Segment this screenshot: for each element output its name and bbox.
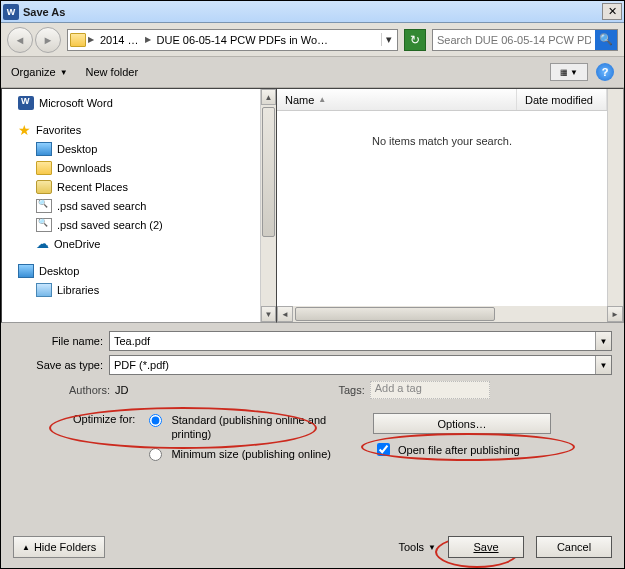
organize-button[interactable]: Organize ▼	[11, 66, 68, 78]
optimize-standard-label: Standard (publishing online and printing…	[171, 413, 341, 441]
navitem-label: Downloads	[57, 162, 111, 174]
optimize-minimum-radio[interactable]	[149, 448, 162, 461]
tags-input[interactable]: Add a tag	[370, 381, 490, 399]
navitem-recent-places[interactable]: Recent Places	[10, 177, 276, 196]
filename-input[interactable]	[110, 335, 595, 347]
address-bar[interactable]: ▶ 2014 … ▶ DUE 06-05-14 PCW PDFs in Wo… …	[67, 29, 398, 51]
navitem-msword[interactable]: Microsoft Word	[10, 93, 276, 112]
saved-search-icon	[36, 218, 52, 232]
help-button[interactable]: ?	[596, 63, 614, 81]
refresh-button[interactable]: ↻	[404, 29, 426, 51]
search-input[interactable]	[433, 34, 595, 46]
nav-row: ◄ ► ▶ 2014 … ▶ DUE 06-05-14 PCW PDFs in …	[1, 23, 624, 57]
chevron-up-icon: ▲	[22, 543, 30, 552]
back-button[interactable]: ◄	[7, 27, 33, 53]
navitem-libraries[interactable]: Libraries	[10, 280, 276, 299]
chevron-right-icon: ▶	[145, 35, 151, 44]
view-mode-button[interactable]: ▦ ▼	[550, 63, 588, 81]
nav-pane: Microsoft Word ★ Favorites Desktop Downl…	[1, 88, 276, 323]
organize-label: Organize	[11, 66, 56, 78]
breadcrumb-seg-1[interactable]: 2014 …	[96, 34, 143, 46]
empty-message: No items match your search.	[372, 135, 512, 147]
column-label: Name	[285, 94, 314, 106]
savetype-select[interactable]	[110, 359, 595, 371]
open-after-checkbox[interactable]	[377, 443, 390, 456]
list-hscrollbar[interactable]: ◄ ►	[277, 306, 623, 322]
navitem-onedrive[interactable]: ☁OneDrive	[10, 234, 276, 253]
navitem-label: Recent Places	[57, 181, 128, 193]
optimize-standard-radio[interactable]	[149, 414, 162, 427]
folder-icon	[36, 161, 52, 175]
navitem-label: OneDrive	[54, 238, 100, 250]
scroll-up-icon[interactable]: ▲	[261, 89, 276, 105]
navpane-scrollbar[interactable]: ▲ ▼	[260, 89, 276, 322]
optimize-standard-row[interactable]: Standard (publishing online and printing…	[144, 413, 341, 441]
authors-label: Authors:	[69, 384, 110, 396]
navitem-favorites[interactable]: ★ Favorites	[10, 120, 276, 139]
tags-label: Tags:	[338, 384, 364, 396]
filename-dropdown[interactable]: ▼	[595, 332, 611, 350]
authors-value[interactable]: JD	[115, 384, 128, 396]
tools-dropdown[interactable]: Tools ▼	[398, 541, 436, 553]
breadcrumb-seg-2[interactable]: DUE 06-05-14 PCW PDFs in Wo…	[153, 34, 333, 46]
navitem-desktop[interactable]: Desktop	[10, 139, 276, 158]
saved-search-icon	[36, 199, 52, 213]
hide-folders-button[interactable]: ▲ Hide Folders	[13, 536, 105, 558]
scroll-down-icon[interactable]: ▼	[261, 306, 276, 322]
optimize-minimum-label: Minimum size (publishing online)	[171, 447, 331, 461]
chevron-down-icon: ▼	[428, 543, 436, 552]
tools-label: Tools	[398, 541, 424, 553]
address-dropdown[interactable]: ▾	[381, 33, 395, 46]
scroll-left-icon[interactable]: ◄	[277, 306, 293, 322]
cancel-button[interactable]: Cancel	[536, 536, 612, 558]
open-after-row[interactable]: Open file after publishing	[373, 440, 612, 459]
save-as-dialog: W Save As ✕ ◄ ► ▶ 2014 … ▶ DUE 06-05-14 …	[0, 0, 625, 569]
navitem-label: Desktop	[57, 143, 97, 155]
close-button[interactable]: ✕	[602, 3, 622, 20]
chevron-right-icon: ▶	[88, 35, 94, 44]
scrollbar-thumb[interactable]	[295, 307, 495, 321]
navitem-saved-search-1[interactable]: .psd saved search	[10, 196, 276, 215]
titlebar: W Save As ✕	[1, 1, 624, 23]
navitem-desktop-group[interactable]: Desktop	[10, 261, 276, 280]
file-list-body: No items match your search.	[277, 111, 607, 306]
folder-icon	[70, 33, 86, 47]
column-name[interactable]: Name ▲	[277, 89, 517, 110]
navitem-label: Desktop	[39, 265, 79, 277]
footer-row: ▲ Hide Folders Tools ▼ Save Cancel	[13, 536, 612, 558]
options-button[interactable]: Options…	[373, 413, 551, 434]
bottom-panel: File name: ▼ Save as type: ▼ Authors: JD…	[1, 323, 624, 568]
chevron-down-icon: ▼	[60, 68, 68, 77]
word-icon	[18, 96, 34, 110]
scroll-right-icon[interactable]: ►	[607, 306, 623, 322]
recent-icon	[36, 180, 52, 194]
search-button[interactable]: 🔍	[595, 30, 617, 50]
navitem-downloads[interactable]: Downloads	[10, 158, 276, 177]
optimize-minimum-row[interactable]: Minimum size (publishing online)	[144, 447, 341, 461]
word-app-icon: W	[3, 4, 19, 20]
star-icon: ★	[18, 123, 31, 137]
toolbar: Organize ▼ New folder ▦ ▼ ?	[1, 57, 624, 87]
savetype-dropdown[interactable]: ▼	[595, 356, 611, 374]
forward-button[interactable]: ►	[35, 27, 61, 53]
savetype-label: Save as type:	[13, 359, 109, 371]
column-date[interactable]: Date modified	[517, 89, 607, 110]
navitem-label: .psd saved search	[57, 200, 146, 212]
filename-label: File name:	[13, 335, 109, 347]
navitem-label: Favorites	[36, 124, 81, 136]
new-folder-label: New folder	[86, 66, 139, 78]
navitem-label: Libraries	[57, 284, 99, 296]
window-title: Save As	[23, 6, 602, 18]
hide-folders-label: Hide Folders	[34, 541, 96, 553]
sort-asc-icon: ▲	[318, 95, 326, 104]
navitem-saved-search-2[interactable]: .psd saved search (2)	[10, 215, 276, 234]
scrollbar-thumb[interactable]	[262, 107, 275, 237]
desktop-icon	[18, 264, 34, 278]
column-headers: Name ▲ Date modified	[277, 89, 607, 111]
save-button[interactable]: Save	[448, 536, 524, 558]
explorer-split: Microsoft Word ★ Favorites Desktop Downl…	[1, 87, 624, 323]
view-grid-icon: ▦	[560, 68, 568, 77]
new-folder-button[interactable]: New folder	[86, 66, 139, 78]
navitem-label: Microsoft Word	[39, 97, 113, 109]
filename-combo: ▼	[109, 331, 612, 351]
